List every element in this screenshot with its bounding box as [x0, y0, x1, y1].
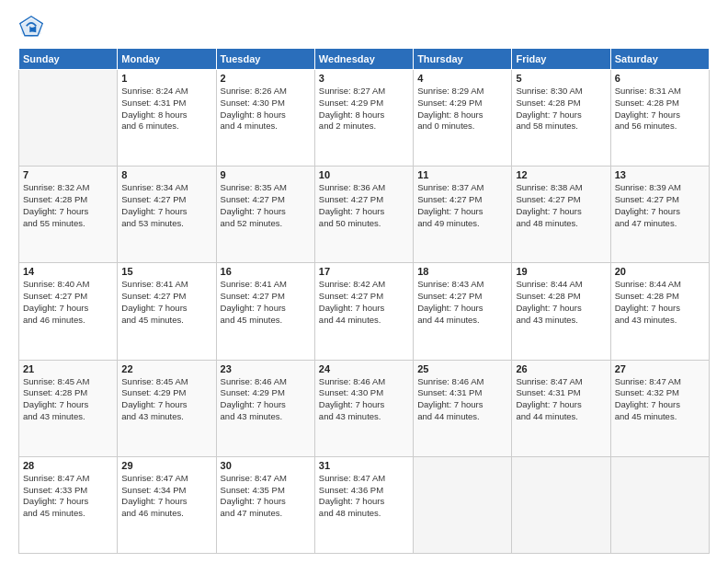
day-info: Sunrise: 8:44 AMSunset: 4:28 PMDaylight:…: [615, 279, 705, 326]
calendar-cell: 24Sunrise: 8:46 AMSunset: 4:30 PMDayligh…: [314, 360, 413, 456]
day-number: 29: [121, 460, 211, 471]
day-info: Sunrise: 8:47 AMSunset: 4:34 PMDaylight:…: [121, 473, 211, 520]
calendar-cell: 12Sunrise: 8:38 AMSunset: 4:27 PMDayligh…: [512, 167, 610, 263]
header-friday: Friday: [512, 49, 610, 70]
week-row-4: 28Sunrise: 8:47 AMSunset: 4:33 PMDayligh…: [19, 456, 710, 553]
day-number: 25: [417, 363, 507, 374]
day-info: Sunrise: 8:47 AMSunset: 4:35 PMDaylight:…: [221, 473, 311, 520]
header-wednesday: Wednesday: [314, 49, 413, 70]
day-number: 4: [417, 73, 507, 84]
calendar-cell: 3Sunrise: 8:27 AMSunset: 4:29 PMDaylight…: [314, 70, 413, 167]
calendar-cell: 26Sunrise: 8:47 AMSunset: 4:31 PMDayligh…: [512, 360, 610, 456]
day-info: Sunrise: 8:43 AMSunset: 4:27 PMDaylight:…: [417, 279, 507, 326]
calendar-cell: 14Sunrise: 8:40 AMSunset: 4:27 PMDayligh…: [19, 263, 118, 360]
header-thursday: Thursday: [414, 49, 512, 70]
calendar-cell: 25Sunrise: 8:46 AMSunset: 4:31 PMDayligh…: [414, 360, 512, 456]
day-number: 17: [319, 266, 409, 277]
calendar-cell: 6Sunrise: 8:31 AMSunset: 4:28 PMDaylight…: [610, 70, 709, 167]
day-info: Sunrise: 8:37 AMSunset: 4:27 PMDaylight:…: [417, 182, 507, 229]
calendar-cell: 28Sunrise: 8:47 AMSunset: 4:33 PMDayligh…: [19, 456, 118, 553]
day-number: 22: [121, 363, 211, 374]
day-number: 21: [23, 363, 113, 374]
week-row-1: 7Sunrise: 8:32 AMSunset: 4:28 PMDaylight…: [19, 167, 710, 263]
calendar-cell: 29Sunrise: 8:47 AMSunset: 4:34 PMDayligh…: [118, 456, 216, 553]
logo: [18, 15, 48, 40]
day-info: Sunrise: 8:46 AMSunset: 4:30 PMDaylight:…: [319, 376, 409, 423]
day-info: Sunrise: 8:24 AMSunset: 4:31 PMDaylight:…: [121, 86, 211, 132]
day-info: Sunrise: 8:47 AMSunset: 4:36 PMDaylight:…: [319, 473, 409, 520]
day-number: 13: [615, 169, 705, 180]
day-info: Sunrise: 8:32 AMSunset: 4:28 PMDaylight:…: [23, 182, 113, 229]
calendar-cell: 9Sunrise: 8:35 AMSunset: 4:27 PMDaylight…: [216, 167, 314, 263]
week-row-2: 14Sunrise: 8:40 AMSunset: 4:27 PMDayligh…: [19, 263, 710, 360]
calendar-cell: 2Sunrise: 8:26 AMSunset: 4:30 PMDaylight…: [216, 70, 314, 167]
header-sunday: Sunday: [19, 49, 118, 70]
day-info: Sunrise: 8:34 AMSunset: 4:27 PMDaylight:…: [121, 182, 211, 229]
day-info: Sunrise: 8:44 AMSunset: 4:28 PMDaylight:…: [516, 279, 606, 326]
calendar-cell: 5Sunrise: 8:30 AMSunset: 4:28 PMDaylight…: [512, 70, 610, 167]
calendar-cell: 17Sunrise: 8:42 AMSunset: 4:27 PMDayligh…: [314, 263, 413, 360]
day-info: Sunrise: 8:41 AMSunset: 4:27 PMDaylight:…: [221, 279, 311, 326]
day-info: Sunrise: 8:29 AMSunset: 4:29 PMDaylight:…: [417, 86, 507, 132]
day-number: 2: [221, 73, 311, 84]
day-number: 30: [221, 460, 311, 471]
day-info: Sunrise: 8:31 AMSunset: 4:28 PMDaylight:…: [615, 86, 705, 132]
header-saturday: Saturday: [610, 49, 709, 70]
calendar-cell: 18Sunrise: 8:43 AMSunset: 4:27 PMDayligh…: [414, 263, 512, 360]
day-info: Sunrise: 8:40 AMSunset: 4:27 PMDaylight:…: [23, 279, 113, 326]
day-info: Sunrise: 8:47 AMSunset: 4:32 PMDaylight:…: [615, 376, 705, 423]
day-number: 3: [319, 73, 409, 84]
day-info: Sunrise: 8:35 AMSunset: 4:27 PMDaylight:…: [221, 182, 311, 229]
day-number: 27: [615, 363, 705, 374]
calendar-cell: 1Sunrise: 8:24 AMSunset: 4:31 PMDaylight…: [118, 70, 216, 167]
day-number: 23: [221, 363, 311, 374]
day-number: 10: [319, 169, 409, 180]
header: [18, 15, 710, 40]
day-number: 14: [23, 266, 113, 277]
calendar-cell: 22Sunrise: 8:45 AMSunset: 4:29 PMDayligh…: [118, 360, 216, 456]
day-info: Sunrise: 8:36 AMSunset: 4:27 PMDaylight:…: [319, 182, 409, 229]
day-number: 24: [319, 363, 409, 374]
calendar-cell: 11Sunrise: 8:37 AMSunset: 4:27 PMDayligh…: [414, 167, 512, 263]
calendar-cell: 15Sunrise: 8:41 AMSunset: 4:27 PMDayligh…: [118, 263, 216, 360]
page: SundayMondayTuesdayWednesdayThursdayFrid…: [0, 0, 728, 563]
calendar-cell: 23Sunrise: 8:46 AMSunset: 4:29 PMDayligh…: [216, 360, 314, 456]
day-info: Sunrise: 8:41 AMSunset: 4:27 PMDaylight:…: [121, 279, 211, 326]
day-info: Sunrise: 8:46 AMSunset: 4:31 PMDaylight:…: [417, 376, 507, 423]
week-row-0: 1Sunrise: 8:24 AMSunset: 4:31 PMDaylight…: [19, 70, 710, 167]
day-number: 12: [516, 169, 606, 180]
day-number: 15: [121, 266, 211, 277]
day-info: Sunrise: 8:45 AMSunset: 4:28 PMDaylight:…: [23, 376, 113, 423]
day-info: Sunrise: 8:47 AMSunset: 4:31 PMDaylight:…: [516, 376, 606, 423]
calendar-table: SundayMondayTuesdayWednesdayThursdayFrid…: [18, 48, 710, 554]
day-number: 26: [516, 363, 606, 374]
calendar-cell: 16Sunrise: 8:41 AMSunset: 4:27 PMDayligh…: [216, 263, 314, 360]
day-number: 9: [221, 169, 311, 180]
calendar-cell: 7Sunrise: 8:32 AMSunset: 4:28 PMDaylight…: [19, 167, 118, 263]
calendar-cell: 10Sunrise: 8:36 AMSunset: 4:27 PMDayligh…: [314, 167, 413, 263]
calendar-cell: [512, 456, 610, 553]
calendar-cell: 21Sunrise: 8:45 AMSunset: 4:28 PMDayligh…: [19, 360, 118, 456]
day-number: 1: [121, 73, 211, 84]
day-info: Sunrise: 8:27 AMSunset: 4:29 PMDaylight:…: [319, 86, 409, 132]
header-monday: Monday: [118, 49, 216, 70]
day-info: Sunrise: 8:38 AMSunset: 4:27 PMDaylight:…: [516, 182, 606, 229]
day-number: 8: [121, 169, 211, 180]
day-number: 6: [615, 73, 705, 84]
day-number: 11: [417, 169, 507, 180]
calendar-cell: 20Sunrise: 8:44 AMSunset: 4:28 PMDayligh…: [610, 263, 709, 360]
calendar-cell: 13Sunrise: 8:39 AMSunset: 4:27 PMDayligh…: [610, 167, 709, 263]
calendar-cell: 30Sunrise: 8:47 AMSunset: 4:35 PMDayligh…: [216, 456, 314, 553]
day-number: 31: [319, 460, 409, 471]
calendar-cell: 8Sunrise: 8:34 AMSunset: 4:27 PMDaylight…: [118, 167, 216, 263]
day-info: Sunrise: 8:45 AMSunset: 4:29 PMDaylight:…: [121, 376, 211, 423]
day-number: 19: [516, 266, 606, 277]
day-info: Sunrise: 8:39 AMSunset: 4:27 PMDaylight:…: [615, 182, 705, 229]
calendar-cell: 19Sunrise: 8:44 AMSunset: 4:28 PMDayligh…: [512, 263, 610, 360]
day-number: 28: [23, 460, 113, 471]
header-tuesday: Tuesday: [216, 49, 314, 70]
calendar-cell: [414, 456, 512, 553]
calendar-cell: 4Sunrise: 8:29 AMSunset: 4:29 PMDaylight…: [414, 70, 512, 167]
calendar-cell: 27Sunrise: 8:47 AMSunset: 4:32 PMDayligh…: [610, 360, 709, 456]
day-info: Sunrise: 8:42 AMSunset: 4:27 PMDaylight:…: [319, 279, 409, 326]
